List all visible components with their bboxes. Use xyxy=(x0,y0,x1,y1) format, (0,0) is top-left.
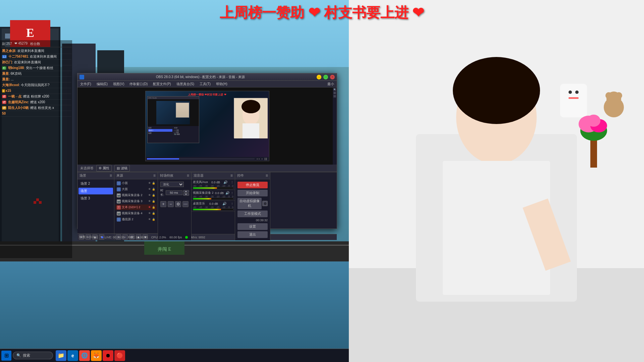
duration-down[interactable]: ▼ xyxy=(183,193,189,196)
source-eye-3[interactable]: 👁 xyxy=(148,194,151,197)
source-eye-2[interactable]: 👁 xyxy=(148,188,151,191)
menu-tools[interactable]: 工具(T) xyxy=(198,82,212,86)
taskbar-app-chrome[interactable]: 🌐 xyxy=(79,350,90,361)
source-lock-4[interactable]: 🔒 xyxy=(152,200,155,203)
controls-panel-header: 控件 ☰ xyxy=(235,172,270,179)
side-icon-2[interactable]: + xyxy=(333,92,336,94)
side-icon-3[interactable]: - xyxy=(333,95,336,98)
transition-settings-button[interactable]: ⚙ xyxy=(175,201,181,207)
menu-edit[interactable]: 编辑(E) xyxy=(95,82,109,86)
source-lock-2[interactable]: 🔒 xyxy=(152,188,155,191)
source-lock-7[interactable]: 🔒 xyxy=(152,218,155,221)
start-record-button[interactable]: 开始录制 xyxy=(237,190,268,196)
virtual-camera-button[interactable]: 自动虚拟摄像机 xyxy=(237,198,262,209)
source-eye-5[interactable]: 👁 xyxy=(148,206,151,209)
chat-item: 赠 陌生人0小0晓: 赠送 粉丝灵光 x xyxy=(1,105,71,111)
mixer-meter-desktop xyxy=(193,208,233,210)
aux-menu[interactable]: ⋮ xyxy=(231,181,233,184)
quit-button[interactable]: 退出 xyxy=(237,231,268,238)
settings-button[interactable]: 设置 xyxy=(237,223,268,230)
menu-view[interactable]: 视图(V) xyxy=(112,82,125,86)
source-item-large[interactable]: □ 大面 👁 🔒 xyxy=(115,186,157,192)
taskbar-app-red[interactable]: 🔴 xyxy=(114,350,125,361)
start-button[interactable]: ⊞ xyxy=(1,351,11,361)
chat-item: 大海洋cool: 今天陪我玩我死不? xyxy=(1,82,71,88)
stream-status-indicator xyxy=(185,236,188,239)
scene-item-2[interactable]: 场景 2 xyxy=(78,180,113,187)
source-item-cam4[interactable]: 📷 视频采集设备 4 👁 🔒 xyxy=(115,210,157,216)
menu-help[interactable]: 帮助(H) xyxy=(215,82,229,86)
obs-preview: 上周榜一赞助 ❤村支书要上进 ❤ OBS Studio 场景 xyxy=(77,87,337,165)
menu-scene-collection[interactable]: 场景真合(S) xyxy=(175,82,196,86)
controls-panel-menu[interactable]: ☰ xyxy=(266,174,268,177)
taskbar-app-file[interactable]: 📁 xyxy=(56,350,66,361)
svg-point-40 xyxy=(569,90,572,94)
close-button[interactable]: × xyxy=(330,75,335,79)
cam-menu[interactable]: ⋮ xyxy=(231,191,233,194)
source-lock-3[interactable]: 🔒 xyxy=(152,194,155,197)
mixer-meter-aux xyxy=(193,187,233,189)
svg-rect-42 xyxy=(569,97,579,99)
source-item-text[interactable]: T 文本 (GDI+) 2 👁 🔒 xyxy=(115,204,157,210)
side-icon-1[interactable]: 🔍 xyxy=(333,88,336,91)
menu-docks[interactable]: 停靠窗口(D) xyxy=(128,82,149,86)
source-eye[interactable]: 👁 xyxy=(148,182,151,185)
mixer-track-cam-header: 视频采集设备 2 0.0 dB 🔊 ⋮ xyxy=(193,191,233,195)
menu-file[interactable]: 文件(F) xyxy=(79,82,93,86)
obs-mini-btn[interactable]: 最小 xyxy=(326,82,335,86)
source-item-cam3[interactable]: 📷 视频采集设备 3 👁 🔒 xyxy=(115,198,157,204)
studio-mode-button[interactable]: 工作室模式 xyxy=(237,210,268,217)
source-lock-6[interactable]: 🔒 xyxy=(152,212,155,215)
search-icon: 🔍 xyxy=(16,353,21,358)
stop-stream-button[interactable]: 停止推流 xyxy=(237,182,268,188)
taskbar-apps: 📁 e 🌐 🦊 ⏺ 🔴 xyxy=(56,350,125,361)
svg-point-47 xyxy=(587,115,600,127)
sources-panel-menu[interactable]: ☰ xyxy=(153,174,156,177)
mixer-fill-desktop xyxy=(193,209,221,210)
scene-item-3[interactable]: 场景 3 xyxy=(78,195,113,202)
source-eye-4[interactable]: 👁 xyxy=(148,200,151,203)
menu-profile[interactable]: 配置文件(P) xyxy=(152,82,172,86)
monitor-icon-2: □ xyxy=(117,187,121,191)
source-lock-5[interactable]: 🔒 xyxy=(152,206,155,209)
taskbar-app-obs[interactable]: ⏺ xyxy=(103,350,113,361)
svg-point-39 xyxy=(565,85,582,102)
controls-panel-content: 停止推流 开始录制 自动虚拟摄像机 ⚙ 工作室模式 00:39:32 设置 退出 xyxy=(235,179,270,240)
transition-select[interactable]: 淡化 xyxy=(160,182,184,187)
mixer-track-aux-header: 差克风/Aux 0.0 dB 🔊 ⋮ xyxy=(193,180,233,184)
transition-add-button[interactable]: + xyxy=(160,201,166,207)
source-item-small[interactable]: □ 小面 👁 🔒 xyxy=(115,180,157,186)
desktop-menu[interactable]: ⋮ xyxy=(231,202,233,205)
virtual-camera-settings[interactable]: ⚙ xyxy=(262,201,268,206)
minimize-button[interactable]: — xyxy=(317,75,321,79)
mixer-panel-menu[interactable]: ☰ xyxy=(230,174,233,177)
taskbar-app-firefox[interactable]: 🦊 xyxy=(91,350,102,361)
duration-up[interactable]: ▲ xyxy=(183,190,189,193)
scene-panel-menu[interactable]: ☰ xyxy=(110,174,112,177)
transition-panel-menu[interactable]: ☰ xyxy=(187,174,189,177)
transition-more-button[interactable]: ⋯ xyxy=(182,201,189,207)
mute-cam-button[interactable]: 🔊 xyxy=(225,191,229,195)
preview-content: 上周榜一赞助 ❤村支书要上进 ❤ OBS Studio 场景 xyxy=(145,91,269,161)
like-count: ❤ 45279 xyxy=(14,42,28,46)
duration-control: 50 ms ▲ ▼ xyxy=(166,190,189,196)
source-item-cam2[interactable]: 📷 视频采集设备 2 👁 🔒 xyxy=(115,192,157,198)
chat-item: 50 xyxy=(1,111,71,117)
source-eye-7[interactable]: 👁 xyxy=(148,218,151,221)
mute-aux-button[interactable]: 🔊 xyxy=(223,180,227,184)
filters-button[interactable]: ▤ 滤镜 xyxy=(114,165,130,172)
transition-remove-button[interactable]: − xyxy=(168,201,174,207)
taskbar-app-edge[interactable]: e xyxy=(67,350,78,361)
status-fps: 60.00 fps xyxy=(169,236,182,239)
source-item-game[interactable]: □ 邀战源 2 👁 🔒 xyxy=(115,217,157,222)
transition-panel-header: 转场特效 ☰ xyxy=(158,172,191,179)
properties-button[interactable]: ⚙ 属性 xyxy=(96,165,112,172)
sources-panel: 来源 ☰ □ 小面 👁 🔒 □ 大面 👁 🔒 📷 视频采 xyxy=(114,172,158,240)
scene-item-active[interactable]: 场景 xyxy=(78,188,113,194)
taskbar-search[interactable]: 🔍 搜索 xyxy=(13,352,53,359)
source-lock[interactable]: 🔒 xyxy=(152,182,155,185)
mute-desktop-button[interactable]: 🔊 xyxy=(222,202,226,205)
maximize-button[interactable]: □ xyxy=(323,75,328,79)
svg-rect-4 xyxy=(5,34,12,39)
source-eye-6[interactable]: 👁 xyxy=(148,212,151,215)
